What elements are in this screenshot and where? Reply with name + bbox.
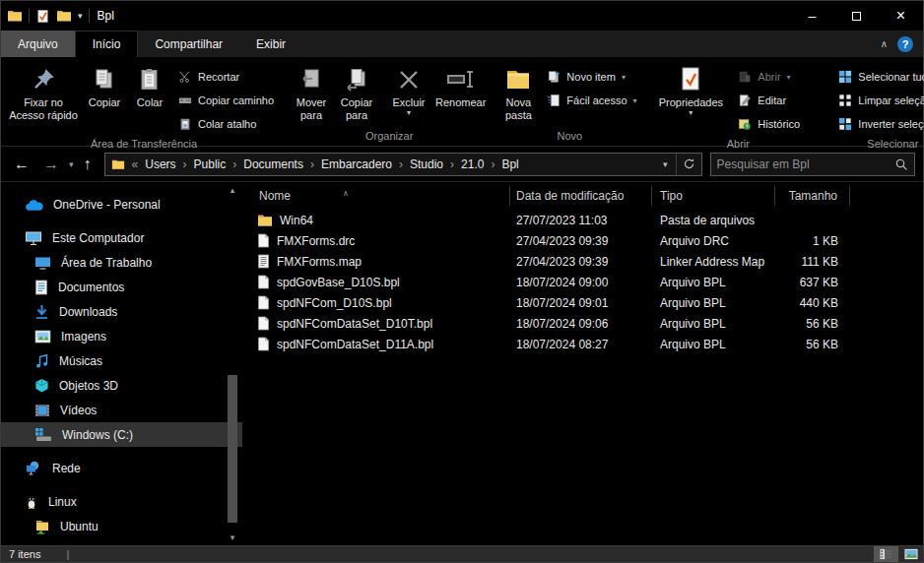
file-row-fmxforms-map[interactable]: FMXForms.map 27/04/2023 09:39 Linker Add… xyxy=(242,251,923,272)
easy-access-button[interactable]: Fácil acesso ▾ xyxy=(541,89,643,112)
sidebar-item-linux[interactable]: Linux xyxy=(1,489,242,514)
delete-button[interactable]: Excluir ▾ xyxy=(386,60,431,117)
breadcrumb-studio[interactable]: Studio xyxy=(410,157,443,171)
sidebar-item-rede[interactable]: Rede xyxy=(1,456,242,480)
copy-path-button[interactable]: Copiar caminho xyxy=(172,89,283,112)
forward-icon[interactable]: → xyxy=(36,156,66,172)
qat-separator xyxy=(29,9,30,23)
column-header-data[interactable]: Data de modificação xyxy=(510,186,652,206)
collapse-ribbon-icon[interactable]: ∧ xyxy=(881,38,888,49)
close-button[interactable]: × xyxy=(879,1,923,31)
breadcrumb-documents[interactable]: Documents xyxy=(243,157,303,171)
group-label-open: Abrir xyxy=(649,136,826,152)
tab-arquivo[interactable]: Arquivo xyxy=(1,31,75,57)
sidebar-item-windows-c[interactable]: Windows (C:) xyxy=(1,422,242,447)
column-header-nome[interactable]: ∧ Nome xyxy=(242,186,510,206)
breadcrumb-chevron-icon[interactable]: › xyxy=(484,157,501,171)
qat-customize-caret-icon[interactable]: ▾ xyxy=(78,11,83,21)
tab-exibir[interactable]: Exibir xyxy=(239,31,302,57)
rename-button[interactable]: Renomear xyxy=(431,60,490,109)
scroll-up-icon[interactable]: ▴ xyxy=(226,185,239,195)
search-input[interactable] xyxy=(717,157,894,171)
move-to-button[interactable]: Mover para xyxy=(289,60,334,122)
paste-button[interactable]: Colar xyxy=(127,60,172,109)
paste-shortcut-button[interactable]: Colar atalho xyxy=(172,112,283,136)
copy-to-button[interactable]: Copiar para xyxy=(334,60,379,122)
help-icon[interactable]: ? xyxy=(897,36,913,52)
sidebar-item-ubuntu[interactable]: Ubuntu xyxy=(1,514,242,538)
refresh-icon[interactable] xyxy=(676,154,701,175)
scroll-down-icon[interactable]: ▾ xyxy=(226,532,239,542)
address-bar[interactable]: « Users › Public › Documents › Embarcade… xyxy=(104,153,702,176)
breadcrumb-public[interactable]: Public xyxy=(194,157,227,171)
breadcrumb-chevron-icon[interactable]: › xyxy=(303,157,321,171)
new-item-button[interactable]: Novo item ▾ xyxy=(541,65,643,89)
invert-selection-button[interactable]: Inverter seleção xyxy=(832,112,924,136)
select-all-button[interactable]: Selecionar tudo xyxy=(832,65,924,89)
copy-button[interactable]: Copiar xyxy=(82,60,127,109)
qat-new-folder-icon[interactable] xyxy=(56,8,72,24)
search-icon[interactable] xyxy=(894,157,908,171)
file-row-win64[interactable]: Win64 27/07/2023 11:03 Pasta de arquivos xyxy=(242,210,923,230)
breadcrumb-embarcadero[interactable]: Embarcadero xyxy=(321,157,392,171)
back-icon[interactable]: ← xyxy=(7,156,36,172)
qat-properties-icon[interactable] xyxy=(35,9,50,24)
breadcrumb-users[interactable]: Users xyxy=(145,157,175,171)
sidebar-item-imagens[interactable]: Imagens xyxy=(1,324,242,348)
rename-icon xyxy=(446,63,476,96)
large-icons-view-button[interactable] xyxy=(898,546,923,562)
breadcrumb-chevron-icon[interactable]: › xyxy=(176,157,194,171)
breadcrumb-overflow-icon[interactable]: « xyxy=(125,157,146,171)
file-row-spdnfcomdataset-d10t[interactable]: spdNFComDataSet_D10T.bpl 18/07/2024 09:0… xyxy=(242,313,923,334)
select-none-button[interactable]: Limpar seleção xyxy=(832,89,924,112)
title-bar: ▾ Bpl – × xyxy=(1,1,923,31)
scrollbar-thumb[interactable] xyxy=(228,375,237,523)
open-button[interactable]: Abrir ▾ xyxy=(732,65,826,89)
history-button[interactable]: Histórico xyxy=(732,112,826,136)
pin-to-quick-access-button[interactable]: Fixar no Acesso rápido xyxy=(5,60,82,122)
edit-pencil-icon xyxy=(738,94,752,107)
search-box[interactable] xyxy=(710,153,915,176)
breadcrumb-chevron-icon[interactable]: › xyxy=(443,157,461,171)
maximize-icon xyxy=(852,12,861,21)
3d-objects-icon xyxy=(34,378,49,394)
network-icon xyxy=(25,461,42,476)
edit-button[interactable]: Editar xyxy=(732,89,826,112)
cut-button[interactable]: Recortar xyxy=(172,65,283,89)
column-header-tamanho[interactable]: Tamanho xyxy=(775,186,850,206)
breadcrumb-21-0[interactable]: 21.0 xyxy=(461,157,484,171)
tab-compartilhar[interactable]: Compartilhar xyxy=(138,31,239,57)
sidebar-item-onedrive[interactable]: OneDrive - Personal xyxy=(1,192,242,217)
breadcrumb-bpl[interactable]: Bpl xyxy=(501,157,518,171)
select-all-icon xyxy=(838,70,852,84)
file-row-spdnfcom[interactable]: spdNFCom_D10S.bpl 18/07/2024 09:01 Arqui… xyxy=(242,292,923,313)
qat-separator xyxy=(89,9,90,23)
sidebar-item-downloads[interactable]: Downloads xyxy=(1,299,242,324)
sidebar-item-objetos-3d[interactable]: Objetos 3D xyxy=(1,373,242,398)
file-icon xyxy=(257,316,270,331)
copy-to-icon xyxy=(344,63,369,96)
minimize-button[interactable]: – xyxy=(790,1,834,31)
sidebar-item-area-de-trabalho[interactable]: Área de Trabalho xyxy=(1,250,242,275)
recent-locations-caret-icon[interactable]: ▾ xyxy=(66,159,77,169)
new-folder-button[interactable]: Nova pasta xyxy=(495,60,541,122)
column-header-tipo[interactable]: Tipo xyxy=(652,186,775,206)
details-view-button[interactable] xyxy=(874,546,898,562)
sidebar-item-este-computador[interactable]: Este Computador xyxy=(1,225,242,250)
breadcrumb-chevron-icon[interactable]: › xyxy=(392,157,410,171)
sidebar-scrollbar[interactable]: ▴ ▾ xyxy=(226,182,239,545)
downloads-icon xyxy=(34,304,49,320)
sidebar-item-musicas[interactable]: Músicas xyxy=(1,348,242,373)
file-row-spdnfcomdataset-d11a[interactable]: spdNFComDataSet_D11A.bpl 18/07/2024 08:2… xyxy=(242,334,923,354)
file-row-fmxforms-drc[interactable]: FMXForms.drc 27/04/2023 09:39 Arquivo DR… xyxy=(242,230,923,251)
up-icon[interactable]: ↑ xyxy=(77,156,99,172)
address-history-caret-icon[interactable]: ▾ xyxy=(655,159,676,169)
tab-inicio[interactable]: Início xyxy=(75,31,139,57)
videos-icon xyxy=(34,404,50,417)
maximize-button[interactable] xyxy=(834,1,879,31)
properties-button[interactable]: Propriedades ▾ xyxy=(649,60,732,117)
sidebar-item-documentos[interactable]: Documentos xyxy=(1,275,242,299)
breadcrumb-chevron-icon[interactable]: › xyxy=(226,157,243,171)
file-row-spdgovbase[interactable]: spdGovBase_D10S.bpl 18/07/2024 09:00 Arq… xyxy=(242,272,923,292)
sidebar-item-videos[interactable]: Vídeos xyxy=(1,398,242,422)
